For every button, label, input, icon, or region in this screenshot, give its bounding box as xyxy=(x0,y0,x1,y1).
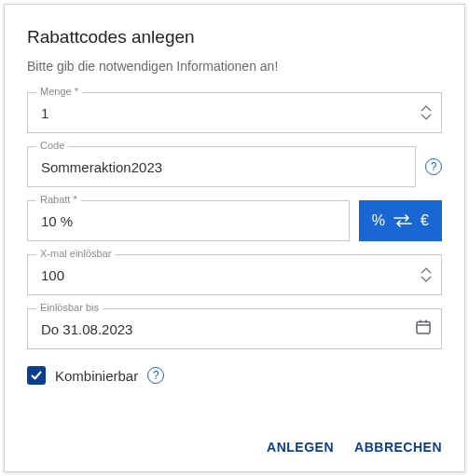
discount-field: Rabatt * xyxy=(27,200,350,241)
dialog-title: Rabattcodes anlegen xyxy=(27,27,442,48)
swap-icon xyxy=(393,213,413,228)
dialog-subtitle: Bitte gib die notwendigen Informationen … xyxy=(27,59,442,74)
create-discount-dialog: Rabattcodes anlegen Bitte gib die notwen… xyxy=(4,4,465,472)
code-input[interactable] xyxy=(41,159,406,175)
combinable-help-icon[interactable]: ? xyxy=(147,367,164,384)
chevron-down-icon xyxy=(421,114,432,120)
redemptions-label: X-mal einlösbar xyxy=(36,248,115,259)
valid-until-label: Einlösbar bis xyxy=(36,302,103,313)
code-help-icon[interactable]: ? xyxy=(425,158,442,175)
combinable-checkbox[interactable] xyxy=(27,366,46,385)
check-icon xyxy=(30,369,43,382)
percent-symbol: % xyxy=(372,212,385,229)
percent-euro-toggle[interactable]: % € xyxy=(359,200,442,241)
valid-until-field: Einlösbar bis xyxy=(27,308,442,349)
svg-rect-0 xyxy=(417,322,430,334)
calendar-icon[interactable] xyxy=(415,319,432,339)
redemptions-stepper[interactable] xyxy=(421,267,432,282)
combinable-label: Kombinierbar xyxy=(55,368,138,384)
code-field: Code xyxy=(27,146,416,187)
quantity-field: Menge * xyxy=(27,92,442,133)
quantity-input[interactable] xyxy=(41,105,421,121)
euro-symbol: € xyxy=(421,212,429,229)
redemptions-input[interactable] xyxy=(41,267,421,283)
cancel-button[interactable]: ABBRECHEN xyxy=(354,440,442,455)
chevron-up-icon xyxy=(421,267,432,274)
discount-input[interactable] xyxy=(41,213,339,229)
quantity-stepper[interactable] xyxy=(421,105,432,120)
chevron-down-icon xyxy=(421,276,432,282)
dialog-actions: ANLEGEN ABBRECHEN xyxy=(267,440,442,455)
code-label: Code xyxy=(36,140,68,151)
redemptions-field: X-mal einlösbar xyxy=(27,254,442,295)
submit-button[interactable]: ANLEGEN xyxy=(267,440,334,455)
chevron-up-icon xyxy=(421,105,432,112)
quantity-label: Menge * xyxy=(36,86,82,97)
valid-until-input[interactable] xyxy=(41,321,415,337)
discount-label: Rabatt * xyxy=(36,194,81,205)
